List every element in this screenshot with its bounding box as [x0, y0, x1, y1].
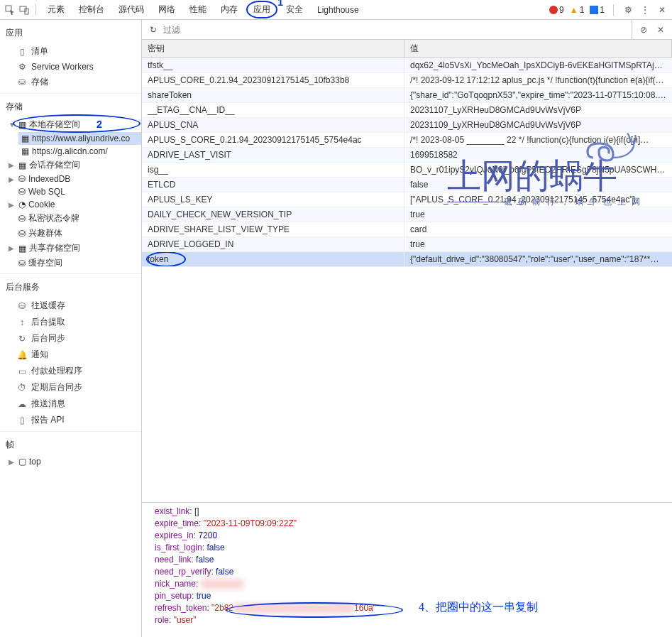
clock-icon: ⏱ — [17, 383, 27, 393]
frame-top[interactable]: ▶▢top — [6, 455, 141, 468]
tree-session-storage[interactable]: ▶▦会话存储空间 — [6, 158, 141, 173]
refresh-icon[interactable]: ↻ — [148, 24, 159, 36]
gears-icon: ⚙ — [17, 62, 27, 72]
tab-network[interactable]: 网络 — [153, 1, 181, 18]
grid-icon: ▦ — [21, 146, 29, 156]
tree-origin-alicdn[interactable]: ▦https://g.alicdn.com/ — [18, 145, 141, 158]
tab-application[interactable]: 应用1 — [246, 1, 277, 18]
gear-icon[interactable]: ⚙ — [622, 4, 634, 16]
sync-icon: ↻ — [17, 334, 27, 344]
tree-cookies[interactable]: ▶◔Cookie — [6, 198, 141, 211]
error-badge[interactable]: 9 — [549, 5, 564, 15]
sidebar-item-storage[interactable]: ⛁存储 — [0, 74, 141, 90]
clear-icon[interactable]: ⊘ — [638, 24, 649, 36]
device-icon[interactable] — [18, 4, 30, 16]
db-icon: ⛁ — [18, 214, 26, 224]
table-row[interactable]: DAILY_CHECK_NEW_VERSION_TIPtrue — [142, 207, 672, 222]
warning-badge[interactable]: ▲1 — [570, 5, 585, 15]
grid-icon: ▦ — [18, 244, 26, 254]
close-icon[interactable]: ✕ — [656, 4, 668, 16]
arrow-icon: ↕ — [17, 317, 27, 327]
grid-icon: ▦ — [18, 160, 26, 170]
bg-bfcache[interactable]: ⛁往返缓存 — [0, 298, 141, 314]
tab-performance[interactable]: 性能 — [184, 1, 212, 18]
bg-periodic-sync[interactable]: ⏱定期后台同步 — [0, 379, 141, 396]
grid-icon: ▦ — [21, 134, 29, 143]
sidebar-header-app: 应用 — [0, 23, 141, 43]
sidebar-header-bg: 后台服务 — [0, 277, 141, 298]
cookie-icon: ◔ — [18, 200, 26, 209]
tree-origin-aliyundrive[interactable]: ▦https://www.aliyundrive.co — [18, 132, 141, 145]
tree-shared-storage[interactable]: ▶▦共享存储空间 — [6, 241, 141, 256]
tree-interest[interactable]: ⛁兴趣群体 — [6, 226, 141, 241]
filter-input[interactable] — [163, 25, 626, 35]
grid-icon: ▦ — [18, 120, 26, 130]
tab-security[interactable]: 安全 — [280, 1, 309, 18]
content-pane: ↻ ⊘ ✕ 密钥 值 tfstk__dqx62_4lo5VsXi_YbcMeOa… — [142, 20, 672, 637]
table-row[interactable]: token3{"default_drive_id":"38080547","ro… — [142, 252, 672, 267]
storage-table: 密钥 值 tfstk__dqx62_4lo5VsXi_YbcMeOah_IpsX… — [142, 40, 672, 502]
table-row[interactable]: ADRIVE_LOGGED_INtrue — [142, 237, 672, 252]
table-row[interactable]: APLUS_S_CORE_0.21.94_20230912175145_5754… — [142, 133, 672, 148]
table-row[interactable]: APLUS_CNA20231109_LyXRHeuD8GMCAd9UvWsVjV… — [142, 118, 672, 133]
sidebar: 应用 ▯清单 ⚙Service Workers ⛁存储 存储 ▼▦本地存储空间 … — [0, 20, 142, 637]
db-icon: ⛁ — [18, 187, 26, 197]
db-icon: ⛁ — [17, 301, 27, 311]
table-row[interactable]: isg__BO_v_r01ipyS2yIQJoN0j_b6fgP5IEO2HRI… — [142, 163, 672, 178]
sidebar-item-manifest[interactable]: ▯清单 — [0, 43, 141, 60]
tab-console[interactable]: 控制台 — [73, 1, 110, 18]
db-icon: ⛁ — [18, 229, 26, 239]
info-badge[interactable]: 1 — [590, 5, 605, 15]
tree-websql[interactable]: ⛁Web SQL — [6, 185, 141, 198]
file-icon: ▯ — [17, 415, 27, 425]
table-row[interactable]: APLUS_LS_KEY["APLUS_S_CORE_0.21.94_20230… — [142, 192, 672, 207]
tab-memory[interactable]: 内存 — [215, 1, 243, 18]
tab-elements[interactable]: 元素 — [42, 1, 70, 18]
tab-sources[interactable]: 源代码 — [113, 1, 150, 18]
tree-indexeddb[interactable]: ▶⛁IndexedDB — [6, 173, 141, 185]
table-row[interactable]: __ETAG__CNA__ID__20231107_LyXRHeuD8GMCAd… — [142, 103, 672, 118]
table-row[interactable]: ADRIVE_SHARE_LIST_VIEW_TYPEcard — [142, 222, 672, 237]
table-row[interactable]: tfstk__dqx62_4lo5VsXi_YbcMeOah_IpsXDCiyB… — [142, 58, 672, 73]
bg-payment[interactable]: ▭付款处理程序 — [0, 363, 141, 379]
annotation-4: 4、把圈中的这一串复制 — [419, 601, 538, 613]
sidebar-header-storage: 存储 — [0, 97, 141, 117]
more-icon[interactable]: ⋮ — [639, 4, 651, 16]
card-icon: ▭ — [17, 366, 27, 376]
col-value[interactable]: 值 — [404, 40, 672, 58]
bg-sync[interactable]: ↻后台同步 — [0, 330, 141, 347]
bg-fetch[interactable]: ↕后台提取 — [0, 314, 141, 330]
tab-lighthouse[interactable]: Lighthouse — [312, 2, 365, 18]
inspect-icon[interactable] — [4, 4, 16, 16]
db-icon: ⛁ — [18, 174, 26, 184]
col-key[interactable]: 密钥 — [142, 40, 404, 58]
devtools-toolbar: 元素 控制台 源代码 网络 性能 内存 应用1 安全 Lighthouse 9 … — [0, 0, 672, 20]
detail-pane[interactable]: exist_link: []expire_time: "2023-11-09T0… — [142, 502, 672, 637]
bg-notifications[interactable]: 🔔通知 — [0, 347, 141, 363]
file-icon: ▯ — [17, 47, 27, 57]
cloud-icon: ☁ — [17, 399, 27, 409]
bell-icon: 🔔 — [17, 350, 27, 360]
table-row[interactable]: ETLCDfalse — [142, 178, 672, 192]
sidebar-item-service-workers[interactable]: ⚙Service Workers — [0, 60, 141, 74]
bg-push[interactable]: ☁推送消息 — [0, 396, 141, 412]
bg-report-api[interactable]: ▯报告 API — [0, 412, 141, 428]
filter-bar: ↻ ⊘ ✕ — [142, 20, 672, 40]
tree-local-storage[interactable]: ▼▦本地存储空间 — [6, 117, 141, 132]
tree-cache[interactable]: ⛁缓存空间 — [6, 256, 141, 271]
annotation-1: 1 — [277, 0, 283, 8]
db-icon: ⛁ — [17, 77, 27, 87]
table-row[interactable]: ADRIVE_LAST_VISIT1699518582 — [142, 148, 672, 163]
window-icon: ▢ — [18, 457, 26, 467]
delete-icon[interactable]: ✕ — [655, 24, 666, 36]
sidebar-header-frames: 帧 — [0, 435, 141, 455]
table-row[interactable]: APLUS_CORE_0.21.94_20230912175145_10fb33… — [142, 73, 672, 88]
tree-private-token[interactable]: ⛁私密状态令牌 — [6, 211, 141, 226]
table-row[interactable]: shareToken{"share_id":"GoTqoqpnX53","exp… — [142, 88, 672, 103]
db-icon: ⛁ — [18, 258, 26, 268]
annotation-2: 2 — [97, 119, 102, 130]
